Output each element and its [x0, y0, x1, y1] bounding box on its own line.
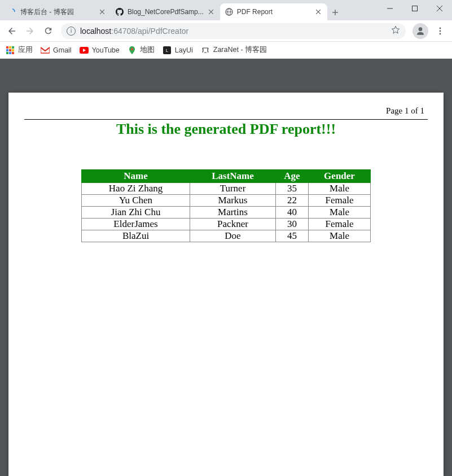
bookmark-gmail[interactable]: Gmail: [41, 46, 72, 55]
back-button[interactable]: [3, 23, 20, 40]
close-icon[interactable]: [98, 8, 106, 16]
cell-name: Yu Chen: [82, 195, 190, 207]
reload-button[interactable]: [40, 23, 56, 40]
new-tab-button[interactable]: [327, 5, 343, 20]
close-icon[interactable]: [314, 8, 323, 16]
cell-name: Jian Zhi Chu: [82, 207, 190, 219]
header-rule: [24, 119, 428, 120]
col-lastname-header: LastName: [190, 170, 276, 183]
site-info-icon[interactable]: i: [67, 27, 76, 36]
url-host: localhost: [80, 27, 111, 36]
svg-rect-1: [412, 6, 418, 11]
cell-name: ElderJames: [82, 219, 190, 230]
cell-gender: Male: [309, 207, 371, 219]
zaranet-icon: [201, 46, 210, 55]
svg-point-15: [419, 27, 423, 31]
report-table: Name LastName Age Gender Hao Zi ZhangTur…: [81, 169, 371, 242]
url-text: localhost:64708/api/PdfCreator: [80, 27, 188, 36]
pdf-viewer: Page 1 of 1 This is the generated PDF re…: [0, 59, 452, 476]
table-row: BlaZuiDoe45Male: [82, 230, 371, 242]
url-path: :64708/api/PdfCreator: [111, 27, 188, 36]
tab-title: PDF Report: [237, 8, 311, 16]
cell-age: 40: [276, 207, 309, 219]
table-row: ElderJamesPackner30Female: [82, 219, 371, 230]
maps-icon: [128, 46, 137, 55]
tab-title: Blog_NetCorePdfSamp...: [128, 8, 204, 16]
tab-cnblogs-admin[interactable]: 博客后台 - 博客园: [3, 3, 111, 20]
window-controls: [378, 0, 452, 17]
table-row: Jian Zhi ChuMartins40Male: [82, 207, 371, 219]
gmail-icon: [41, 46, 50, 55]
tab-title: 博客后台 - 博客园: [20, 7, 94, 17]
cell-last: Turner: [190, 183, 276, 195]
browser-toolbar: i localhost:64708/api/PdfCreator: [0, 20, 452, 42]
cell-last: Martins: [190, 207, 276, 219]
apps-label: 应用: [18, 45, 33, 55]
cell-age: 30: [276, 219, 309, 230]
forward-button[interactable]: [21, 23, 38, 40]
svg-point-16: [440, 27, 441, 29]
cell-name: BlaZui: [82, 230, 190, 242]
cell-gender: Female: [309, 195, 371, 207]
minimize-button[interactable]: [378, 0, 402, 17]
svg-point-20: [131, 48, 133, 50]
cell-age: 35: [276, 183, 309, 195]
tab-pdf-report[interactable]: PDF Report: [220, 3, 327, 20]
profile-avatar[interactable]: [412, 23, 428, 39]
bookmark-zaranet[interactable]: ZaraNet - 博客园: [201, 45, 267, 55]
col-name-header: Name: [82, 170, 190, 183]
layui-icon: L: [163, 46, 172, 55]
bookmark-label: YouTube: [92, 46, 120, 54]
bookmark-label: 地图: [140, 45, 155, 55]
svg-point-18: [440, 33, 441, 34]
maximize-button[interactable]: [402, 0, 427, 17]
cell-age: 45: [276, 230, 309, 242]
cell-gender: Male: [309, 183, 371, 195]
pdf-page: Page 1 of 1 This is the generated PDF re…: [8, 93, 444, 476]
bookmark-youtube[interactable]: YouTube: [80, 46, 120, 55]
report-title: This is the generated PDF report!!!: [24, 121, 428, 138]
cnblogs-icon: [8, 7, 17, 16]
close-icon[interactable]: [207, 8, 216, 16]
cell-gender: Male: [309, 230, 371, 242]
cell-last: Doe: [190, 230, 276, 242]
bookmark-star-icon[interactable]: [391, 25, 400, 36]
col-age-header: Age: [276, 170, 309, 183]
apps-grid-icon: [6, 46, 15, 55]
cell-name: Hao Zi Zhang: [82, 183, 190, 195]
bookmarks-bar: 应用 Gmail YouTube 地图 L LayUi ZaraNet - 博客…: [0, 42, 452, 59]
youtube-icon: [80, 46, 89, 55]
page-indicator: Page 1 of 1: [24, 106, 428, 116]
cell-last: Packner: [190, 219, 276, 230]
svg-point-17: [440, 30, 441, 32]
bookmark-layui[interactable]: L LayUi: [163, 46, 193, 55]
cell-last: Markus: [190, 195, 276, 207]
bookmark-label: Gmail: [53, 46, 72, 54]
cell-age: 22: [276, 195, 309, 207]
bookmark-label: LayUi: [175, 46, 193, 54]
address-bar[interactable]: i localhost:64708/api/PdfCreator: [61, 23, 406, 39]
bookmark-maps[interactable]: 地图: [128, 45, 155, 55]
github-icon: [115, 7, 124, 16]
tab-github-repo[interactable]: Blog_NetCorePdfSamp...: [111, 3, 220, 20]
cell-gender: Female: [309, 219, 371, 230]
table-row: Yu ChenMarkus22Female: [82, 195, 371, 207]
globe-icon: [225, 7, 234, 16]
menu-button[interactable]: [432, 23, 449, 40]
bookmark-label: ZaraNet - 博客园: [213, 45, 267, 55]
col-gender-header: Gender: [309, 170, 371, 183]
table-header-row: Name LastName Age Gender: [82, 170, 371, 183]
table-row: Hao Zi ZhangTurner35Male: [82, 183, 371, 195]
svg-text:L: L: [166, 48, 169, 53]
close-window-button[interactable]: [427, 0, 452, 17]
apps-shortcut[interactable]: 应用: [6, 45, 33, 55]
